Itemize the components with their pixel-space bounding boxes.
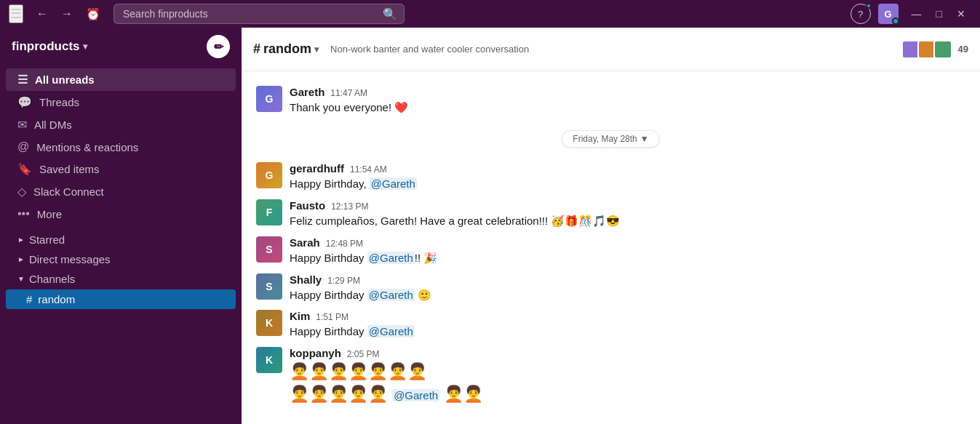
help-notification-dot — [866, 3, 872, 9]
sidebar-item-saved[interactable]: 🔖 Saved items — [6, 158, 236, 180]
date-text: Friday, May 28th — [573, 134, 637, 144]
chat-area: # random ▾ Non-work banter and water coo… — [242, 28, 980, 424]
compose-button[interactable]: ✏ — [207, 35, 230, 58]
sidebar-item-all-dms[interactable]: ✉ All DMs — [6, 113, 236, 136]
avatar: S — [256, 236, 282, 263]
chat-header: # random ▾ Non-work banter and water coo… — [242, 28, 980, 71]
titlebar-left: ☰ ← → ⏰ 🔍 — [9, 4, 405, 24]
channel-hash-icon: # — [26, 293, 32, 305]
table-row: K Kim 1:51 PM Happy Birthday @Gareth — [242, 307, 980, 343]
date-pill[interactable]: Friday, May 28th ▼ — [562, 130, 659, 148]
direct-messages-section[interactable]: ► Direct messages — [6, 250, 236, 268]
message-author[interactable]: koppanyh — [290, 347, 341, 359]
all-unreads-icon: ☰ — [17, 73, 28, 87]
message-author[interactable]: Gareth — [290, 86, 324, 98]
menu-button[interactable]: ☰ — [9, 4, 23, 23]
channels-section[interactable]: ▼ Channels — [6, 270, 236, 288]
message-author[interactable]: gerardhuff — [290, 162, 344, 175]
starred-section[interactable]: ► Starred — [6, 231, 236, 249]
avatar: S — [256, 273, 282, 300]
message-content: Fausto 12:13 PM Feliz cumpleaños, Gareth… — [290, 199, 965, 229]
message-content: Shally 1:29 PM Happy Birthday @Gareth 🙂 — [290, 273, 965, 303]
main-layout: finproducts ▾ ✏ ☰ All unreads 💬 Threads … — [0, 28, 980, 424]
history-button[interactable]: ⏰ — [81, 4, 105, 24]
starred-label: Starred — [29, 233, 65, 246]
back-button[interactable]: ← — [32, 4, 52, 24]
message-header: Shally 1:29 PM — [290, 273, 965, 286]
message-author[interactable]: Sarah — [290, 236, 320, 249]
mention-gareth[interactable]: @Gareth — [367, 252, 415, 264]
starred-arrow-icon: ► — [17, 236, 25, 244]
sidebar-item-slack-connect[interactable]: ◇ Slack Connect — [6, 180, 236, 203]
channel-description: Non-work banter and water cooler convers… — [330, 44, 529, 55]
channel-chevron-icon[interactable]: ▾ — [314, 44, 319, 55]
channel-item-random[interactable]: # random — [6, 289, 236, 309]
message-author[interactable]: Fausto — [290, 199, 325, 212]
forward-button[interactable]: → — [57, 4, 77, 24]
sidebar-item-label: Saved items — [39, 163, 100, 175]
message-header: Sarah 12:48 PM — [290, 236, 965, 249]
message-content: koppanyh 2:05 PM 🧑‍🦱🧑‍🦱🧑‍🦱🧑‍🦱🧑‍🦱🧑‍🦱🧑‍🦱 🧑… — [290, 347, 965, 406]
saved-icon: 🔖 — [17, 162, 32, 176]
date-chevron-icon: ▼ — [640, 134, 649, 144]
search-wrapper: 🔍 — [113, 4, 405, 24]
mention-gareth[interactable]: @Gareth — [370, 177, 417, 190]
window-controls: — □ ✕ — [906, 6, 971, 22]
messages-area[interactable]: G Gareth 11:47 AM Thank you everyone! ❤️… — [242, 71, 980, 424]
sidebar-navigation: ☰ All unreads 💬 Threads ✉ All DMs @ Ment… — [0, 65, 242, 424]
date-divider: Friday, May 28th ▼ — [242, 130, 980, 148]
more-icon: ••• — [17, 207, 30, 220]
direct-messages-label: Direct messages — [29, 253, 111, 265]
threads-icon: 💬 — [17, 95, 32, 109]
sidebar-item-all-unreads[interactable]: ☰ All unreads — [6, 68, 236, 91]
message-text: Happy Birthday @Gareth 🙂 — [290, 287, 965, 303]
online-status-dot — [892, 17, 899, 24]
member-avatar-3 — [933, 40, 952, 59]
sidebar-item-label: Slack Connect — [33, 185, 104, 198]
channels-arrow-icon: ▼ — [17, 275, 25, 283]
message-author[interactable]: Kim — [290, 310, 310, 322]
minimize-button[interactable]: — — [906, 6, 928, 22]
user-avatar[interactable]: G — [878, 4, 899, 24]
all-dms-icon: ✉ — [17, 118, 27, 132]
message-text: Thank you everyone! ❤️ — [290, 100, 965, 116]
compose-icon: ✏ — [214, 40, 223, 54]
avatar: K — [256, 347, 282, 373]
message-text: 🧑‍🦱🧑‍🦱🧑‍🦱🧑‍🦱🧑‍🦱🧑‍🦱🧑‍🦱 🧑‍🦱🧑‍🦱🧑‍🦱🧑‍🦱🧑‍🦱 @G… — [290, 361, 965, 406]
slack-connect-icon: ◇ — [17, 185, 26, 199]
workspace-name[interactable]: finproducts ▾ — [12, 39, 87, 54]
message-author[interactable]: Shally — [290, 273, 322, 286]
workspace-header: finproducts ▾ ✏ — [0, 28, 242, 65]
message-time: 1:29 PM — [327, 276, 360, 286]
sidebar-item-label: Threads — [39, 96, 79, 108]
member-count[interactable]: 49 — [958, 44, 968, 55]
sidebar-item-mentions[interactable]: @ Mentions & reactions — [6, 136, 236, 158]
avatar: G — [256, 162, 282, 188]
message-text: Feliz cumpleaños, Gareth! Have a great c… — [290, 213, 965, 229]
maximize-button[interactable]: □ — [931, 6, 948, 22]
channel-title: # random ▾ — [253, 41, 319, 57]
sidebar-item-threads[interactable]: 💬 Threads — [6, 91, 236, 113]
mention-gareth[interactable]: @Gareth — [367, 325, 415, 337]
message-content: Kim 1:51 PM Happy Birthday @Gareth — [290, 310, 965, 340]
sidebar-item-label: More — [37, 208, 62, 220]
sidebar-item-more[interactable]: ••• More — [6, 203, 236, 225]
table-row: S Sarah 12:48 PM Happy Birthday @Gareth!… — [242, 233, 980, 269]
message-time: 12:48 PM — [326, 239, 363, 249]
search-input[interactable] — [113, 4, 405, 24]
close-button[interactable]: ✕ — [951, 6, 971, 22]
mention-gareth[interactable]: @Gareth — [367, 289, 415, 301]
message-content: Sarah 12:48 PM Happy Birthday @Gareth!! … — [290, 236, 965, 266]
message-header: Fausto 12:13 PM — [290, 199, 965, 212]
message-time: 2:05 PM — [347, 349, 380, 359]
message-header: koppanyh 2:05 PM — [290, 347, 965, 359]
channel-name-heading[interactable]: random — [263, 41, 311, 57]
workspace-chevron-icon: ▾ — [83, 41, 87, 52]
table-row: G Gareth 11:47 AM Thank you everyone! ❤️ — [242, 83, 980, 119]
titlebar: ☰ ← → ⏰ 🔍 ? G — □ ✕ — [0, 0, 980, 28]
chat-header-left: # random ▾ Non-work banter and water coo… — [253, 41, 529, 57]
help-label: ? — [858, 9, 863, 20]
mention-gareth[interactable]: @Gareth — [392, 389, 439, 401]
message-header: Kim 1:51 PM — [290, 310, 965, 322]
help-button[interactable]: ? — [850, 4, 871, 24]
